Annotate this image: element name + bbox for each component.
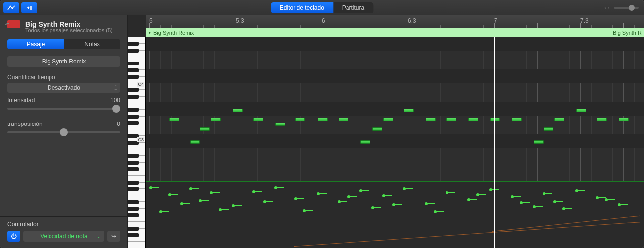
midi-note[interactable]: [534, 140, 544, 144]
midi-note[interactable]: [372, 127, 382, 131]
svg-point-1: [12, 7, 13, 9]
quantize-dropdown[interactable]: Desactivado: [7, 83, 120, 93]
velocity-point[interactable]: [575, 189, 578, 192]
velocity-point[interactable]: [605, 198, 608, 201]
region-name-field[interactable]: Big Synth Remix: [7, 56, 120, 67]
midi-note[interactable]: [490, 118, 500, 121]
controller-type-dropdown[interactable]: Velocidad de nota: [23, 231, 104, 242]
ruler-bar-label: 7: [494, 17, 497, 24]
midi-note[interactable]: [404, 109, 414, 112]
ruler-bar-label: 6.3: [408, 17, 416, 24]
midi-note[interactable]: [554, 118, 564, 121]
octave-label: C3: [137, 137, 144, 142]
velocity-point[interactable]: [446, 191, 448, 194]
ruler-bar-label: 5.3: [236, 17, 244, 24]
velocity-point[interactable]: [618, 203, 621, 206]
playhead[interactable]: [494, 37, 495, 248]
automation-tool-button[interactable]: [3, 2, 19, 13]
quantize-label: Cuantificar tiempo: [7, 74, 55, 81]
velocity-point[interactable]: [338, 200, 341, 203]
midi-note[interactable]: [597, 118, 607, 121]
velocity-point[interactable]: [168, 193, 171, 196]
selection-subtitle: Todos los pasajes seleccionados (5): [0, 27, 127, 37]
midi-note[interactable]: [253, 118, 263, 121]
midi-note[interactable]: [512, 118, 522, 121]
velocity-point[interactable]: [596, 196, 599, 199]
svg-point-0: [10, 5, 11, 7]
midi-note[interactable]: [619, 118, 629, 121]
midi-note[interactable]: [211, 118, 221, 121]
velocity-point[interactable]: [149, 186, 152, 189]
ruler-bar-label: 6: [322, 17, 325, 24]
velocity-point[interactable]: [294, 197, 297, 200]
velocity-point[interactable]: [382, 194, 385, 197]
velocity-lane[interactable]: [146, 181, 644, 248]
velocity-point[interactable]: [252, 190, 255, 193]
transpose-label: transposición: [7, 121, 43, 127]
controller-label: Controlador: [7, 221, 120, 228]
velocity-point[interactable]: [434, 210, 437, 213]
midi-note[interactable]: [318, 118, 328, 121]
midi-note[interactable]: [190, 140, 200, 144]
octave-label: C4: [137, 82, 144, 87]
velocity-point[interactable]: [553, 200, 556, 203]
mode-region-button[interactable]: Pasaje: [7, 39, 64, 49]
note-grid[interactable]: [146, 37, 644, 248]
piano-keyboard[interactable]: C4C3: [128, 37, 146, 248]
velocity-point[interactable]: [317, 192, 320, 195]
ruler-bar-label: 5: [149, 17, 153, 24]
mode-notes-button[interactable]: Notas: [64, 39, 120, 49]
velocity-point[interactable]: [263, 200, 266, 203]
tab-keyboard-editor[interactable]: Editor de teclado: [271, 2, 333, 13]
velocity-point[interactable]: [543, 192, 545, 195]
velocity-point[interactable]: [159, 210, 162, 213]
velocity-point[interactable]: [303, 209, 306, 212]
velocity-point[interactable]: [489, 188, 492, 191]
midi-note[interactable]: [275, 123, 285, 126]
midi-in-tool-button[interactable]: [21, 2, 37, 13]
inspector-sidebar: Big Synth Remix Todos los pasajes selecc…: [0, 15, 128, 248]
velocity-point[interactable]: [476, 193, 479, 196]
strength-slider[interactable]: [7, 108, 120, 110]
midi-note[interactable]: [383, 118, 393, 121]
velocity-point[interactable]: [274, 186, 277, 189]
velocity-point[interactable]: [533, 205, 536, 208]
velocity-point[interactable]: [520, 201, 523, 204]
velocity-point[interactable]: [467, 198, 470, 201]
midi-note[interactable]: [295, 118, 305, 121]
velocity-point[interactable]: [180, 202, 183, 205]
velocity-point[interactable]: [210, 191, 213, 194]
midi-note[interactable]: [468, 118, 478, 121]
velocity-point[interactable]: [403, 187, 406, 190]
region-strip[interactable]: ▸ Big Synth Remix Big Synth R: [146, 28, 644, 37]
midi-note[interactable]: [360, 140, 370, 144]
time-ruler[interactable]: 55.366.377.3: [146, 15, 644, 28]
midi-note[interactable]: [544, 127, 553, 131]
transpose-slider[interactable]: [7, 131, 120, 133]
midi-note[interactable]: [446, 118, 456, 121]
topbar: Editor de teclado Partitura ↔: [0, 0, 644, 15]
controller-power-button[interactable]: ⏻: [7, 231, 20, 242]
velocity-point[interactable]: [189, 187, 192, 190]
piano-roll-editor: 55.366.377.3 ▸ Big Synth Remix Big Synth…: [128, 15, 644, 248]
midi-note[interactable]: [339, 118, 348, 121]
controller-share-button[interactable]: ↪: [107, 231, 120, 242]
midi-note[interactable]: [169, 118, 179, 121]
velocity-point[interactable]: [359, 189, 362, 192]
velocity-point[interactable]: [199, 199, 202, 202]
velocity-point[interactable]: [232, 204, 235, 207]
velocity-point[interactable]: [511, 195, 514, 198]
midi-note[interactable]: [426, 118, 436, 121]
velocity-point[interactable]: [562, 207, 565, 210]
view-mode-tabs: Editor de teclado Partitura: [271, 2, 373, 13]
midi-note[interactable]: [200, 127, 210, 131]
tab-score[interactable]: Partitura: [333, 2, 373, 13]
velocity-point[interactable]: [392, 203, 395, 206]
velocity-point[interactable]: [219, 208, 222, 211]
velocity-point[interactable]: [347, 195, 350, 198]
midi-note[interactable]: [233, 109, 243, 112]
velocity-point[interactable]: [371, 206, 374, 209]
horizontal-zoom-slider[interactable]: ↔: [603, 3, 639, 12]
midi-note[interactable]: [576, 109, 586, 112]
velocity-point[interactable]: [425, 202, 428, 205]
